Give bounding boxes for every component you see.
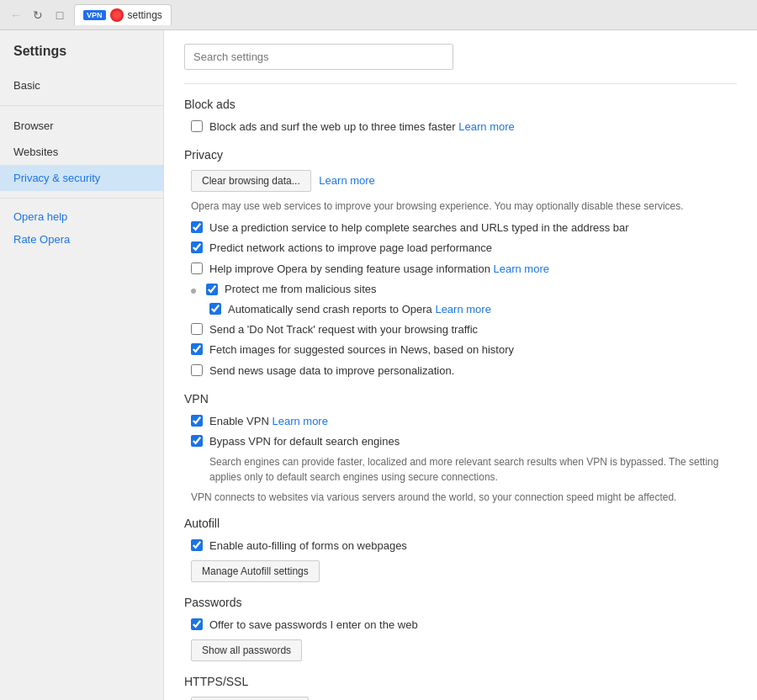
- sidebar-divider-1: [0, 105, 163, 106]
- news-checkbox[interactable]: [191, 364, 203, 376]
- feature-usage-label: Help improve Opera by sending feature us…: [209, 262, 549, 277]
- vpn-badge: VPN: [83, 10, 106, 20]
- block-ads-label: Block ads and surf the web up to three t…: [209, 119, 515, 135]
- vpn-note: VPN connects to websites via various ser…: [191, 491, 737, 503]
- autofill-content: Enable auto-filling of forms on webpages…: [184, 538, 737, 582]
- images-checkbox[interactable]: [191, 343, 203, 355]
- enable-vpn-label: Enable VPN Learn more: [209, 414, 328, 429]
- tab-bar: VPN settings: [74, 4, 749, 25]
- privacy-content: Clear browsing data... Learn more Opera …: [184, 170, 737, 379]
- block-ads-section: Block ads Block ads and surf the web up …: [184, 98, 737, 135]
- block-ads-row: Block ads and surf the web up to three t…: [191, 119, 737, 135]
- passwords-title: Passwords: [184, 596, 737, 609]
- vpn-learn-more[interactable]: Learn more: [272, 415, 327, 427]
- autofill-title: Autofill: [184, 517, 737, 530]
- clear-browsing-button[interactable]: Clear browsing data...: [191, 170, 311, 192]
- sidebar-divider-2: [0, 198, 163, 199]
- privacy-section: Privacy Clear browsing data... Learn mor…: [184, 148, 737, 379]
- vpn-section: VPN Enable VPN Learn more Bypass VPN for…: [184, 392, 737, 503]
- https-ssl-content: Manage certificates... Learn more: [184, 697, 737, 700]
- section-divider: [184, 83, 737, 84]
- dnt-label: Send a 'Do Not Track' request with your …: [209, 322, 478, 337]
- vpn-content: Enable VPN Learn more Bypass VPN for def…: [184, 414, 737, 503]
- sidebar: Settings Basic Browser Websites Privacy …: [0, 30, 164, 700]
- images-label: Fetch images for suggested sources in Ne…: [209, 342, 514, 358]
- content-area: Block ads Block ads and surf the web up …: [164, 30, 757, 700]
- sidebar-item-basic[interactable]: Basic: [0, 72, 163, 98]
- privacy-news-row: Send news usage data to improve personal…: [191, 363, 737, 379]
- enable-autofill-checkbox[interactable]: [191, 539, 203, 551]
- privacy-malicious-row: Protect me from malicious sites: [191, 282, 737, 297]
- privacy-learn-more[interactable]: Learn more: [319, 174, 374, 187]
- rate-opera-link[interactable]: Rate Opera: [0, 228, 163, 251]
- refresh-button[interactable]: ↻: [30, 8, 45, 23]
- autofill-section: Autofill Enable auto-filling of forms on…: [184, 517, 737, 582]
- prediction-label: Use a prediction service to help complet…: [209, 220, 629, 236]
- block-ads-checkbox[interactable]: [191, 120, 203, 132]
- network-checkbox[interactable]: [191, 241, 203, 253]
- privacy-network-row: Predict network actions to improve page …: [191, 241, 737, 256]
- privacy-prediction-row: Use a prediction service to help complet…: [191, 220, 737, 236]
- sidebar-item-browser[interactable]: Browser: [0, 113, 163, 139]
- bypass-vpn-label: Bypass VPN for default search engines: [209, 434, 400, 449]
- nav-buttons: ← ↻ □: [8, 8, 67, 23]
- privacy-feature-row: Help improve Opera by sending feature us…: [191, 262, 737, 277]
- crash-checkbox[interactable]: [209, 303, 221, 315]
- tab-grid-button[interactable]: □: [52, 8, 67, 23]
- news-label: Send news usage data to improve personal…: [209, 363, 454, 379]
- dnt-checkbox[interactable]: [191, 323, 203, 335]
- feature-usage-learn-more[interactable]: Learn more: [493, 262, 548, 275]
- privacy-images-row: Fetch images for suggested sources in Ne…: [191, 342, 737, 358]
- privacy-buttons: Clear browsing data... Learn more: [191, 170, 737, 192]
- save-passwords-checkbox[interactable]: [191, 618, 203, 630]
- feature-usage-checkbox[interactable]: [191, 262, 203, 274]
- privacy-desc: Opera may use web services to improve yo…: [191, 199, 737, 214]
- sidebar-item-websites[interactable]: Websites: [0, 139, 163, 165]
- https-ssl-section: HTTPS/SSL Manage certificates... Learn m…: [184, 675, 737, 700]
- save-passwords-row: Offer to save passwords I enter on the w…: [191, 618, 737, 633]
- bypass-vpn-checkbox[interactable]: [191, 435, 203, 447]
- search-box: [184, 44, 453, 70]
- malicious-bullet: [191, 289, 196, 294]
- crash-learn-more[interactable]: Learn more: [435, 303, 490, 316]
- bypass-desc: Search engines can provide faster, local…: [191, 454, 737, 485]
- network-label: Predict network actions to improve page …: [209, 241, 492, 256]
- sidebar-title: Settings: [0, 44, 163, 72]
- crash-label: Automatically send crash reports to Oper…: [228, 302, 491, 317]
- manage-certs-button[interactable]: Manage certificates...: [191, 697, 309, 700]
- top-bar: ← ↻ □ VPN settings: [0, 0, 757, 30]
- privacy-crash-row: Automatically send crash reports to Oper…: [191, 302, 737, 317]
- settings-tab[interactable]: VPN settings: [74, 4, 172, 25]
- vpn-bypass-row: Bypass VPN for default search engines: [191, 434, 737, 449]
- opera-help-link[interactable]: Opera help: [0, 205, 163, 228]
- block-ads-title: Block ads: [184, 98, 737, 111]
- https-ssl-title: HTTPS/SSL: [184, 675, 737, 688]
- passwords-content: Offer to save passwords I enter on the w…: [184, 618, 737, 661]
- back-button[interactable]: ←: [8, 8, 24, 23]
- show-passwords-button[interactable]: Show all passwords: [191, 639, 302, 661]
- vpn-enable-row: Enable VPN Learn more: [191, 414, 737, 429]
- manage-autofill-button[interactable]: Manage Autofill settings: [191, 560, 320, 582]
- passwords-section: Passwords Offer to save passwords I ente…: [184, 596, 737, 661]
- save-passwords-label: Offer to save passwords I enter on the w…: [209, 618, 418, 633]
- search-input[interactable]: [184, 44, 453, 70]
- malicious-label: Protect me from malicious sites: [225, 282, 377, 297]
- tab-title: settings: [128, 9, 162, 21]
- enable-autofill-label: Enable auto-filling of forms on webpages: [209, 538, 407, 554]
- main-layout: Settings Basic Browser Websites Privacy …: [0, 30, 757, 700]
- prediction-checkbox[interactable]: [191, 221, 203, 233]
- autofill-enable-row: Enable auto-filling of forms on webpages: [191, 538, 737, 554]
- block-ads-learn-more[interactable]: Learn more: [458, 120, 514, 133]
- block-ads-content: Block ads and surf the web up to three t…: [184, 119, 737, 135]
- vpn-title: VPN: [184, 392, 737, 406]
- malicious-checkbox[interactable]: [206, 284, 218, 295]
- sidebar-item-privacy-security[interactable]: Privacy & security: [0, 165, 163, 191]
- opera-icon: [110, 8, 124, 22]
- privacy-title: Privacy: [184, 148, 737, 162]
- enable-vpn-checkbox[interactable]: [191, 415, 203, 427]
- privacy-dnt-row: Send a 'Do Not Track' request with your …: [191, 322, 737, 337]
